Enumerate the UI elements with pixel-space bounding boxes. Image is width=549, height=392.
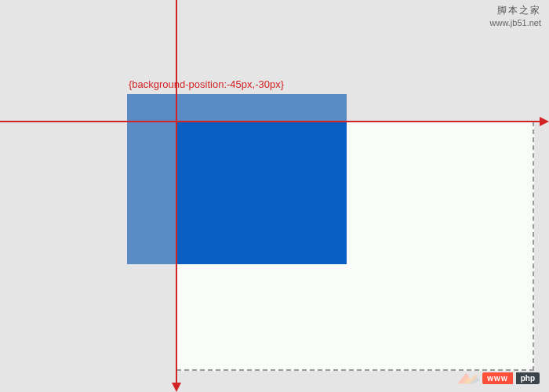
badge-right: php <box>516 372 540 384</box>
site-badge: wwwphp <box>457 372 540 384</box>
wing-icon <box>457 373 479 384</box>
badge-left: www <box>482 372 512 384</box>
y-axis-arrow-icon <box>172 383 181 392</box>
watermark: 脚本之家 www.jb51.net <box>490 5 541 28</box>
watermark-title: 脚本之家 <box>490 5 541 17</box>
watermark-url: www.jb51.net <box>490 17 541 28</box>
x-axis <box>0 121 545 122</box>
x-axis-arrow-icon <box>540 117 549 126</box>
y-axis <box>176 0 177 388</box>
visible-background-area <box>176 122 347 264</box>
css-label: {background-position:-45px,-30px} <box>129 78 284 90</box>
